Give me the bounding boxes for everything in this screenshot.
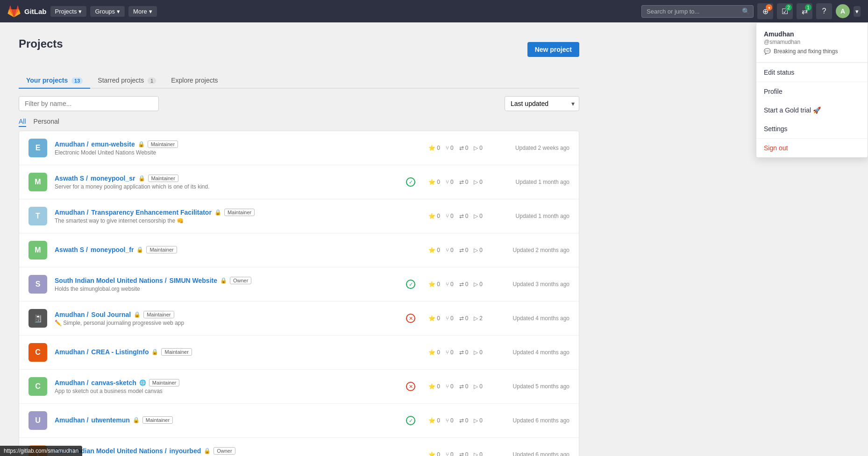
forks-icon: ⑂ [446,451,449,456]
project-updated-soul-journal: Updated 4 months ago [490,315,569,322]
mrs-icon: ⇄ [459,417,464,424]
stars-icon: ⭐ [428,383,435,390]
settings-item[interactable]: Settings [756,119,868,138]
project-stat-forks-simun-website: ⑂0 [446,281,454,288]
subtab-all[interactable]: All [19,117,26,127]
project-info-simun-website: South Indian Model United Nations / SIMU… [55,277,398,292]
search-input[interactable] [641,5,754,18]
project-namespace-utwentemun[interactable]: Amudhan / [55,416,88,424]
mr-count-badge: 1 [805,4,811,11]
forks-value: 0 [450,179,454,185]
project-role-badge-inyourbed: Owner [213,447,235,455]
project-stat-forks-inyourbed: ⑂0 [446,451,454,456]
edit-status-item[interactable]: Edit status [756,63,868,82]
project-row-inyourbed: ISouth Indian Model United Nations / iny… [19,438,579,456]
project-name-link-transparency-enhancement[interactable]: Transparency Enhancement Facilitator [91,209,212,216]
stars-value: 0 [437,417,440,424]
project-desc-emun-website: Electronic Model United Nations Website [55,149,288,156]
project-namespace-moneypool_fr[interactable]: Aswath S / [55,246,88,253]
project-name-row-inyourbed: South Indian Model United Nations / inyo… [55,447,408,455]
dropdown-user-header: Amudhan @smamudhan 💬 Breaking and fixing… [756,23,868,63]
snippets-value: 0 [479,247,483,253]
project-stats-canvas-sketch: ⭐0⑂0⇄0▷0 [428,383,483,390]
forks-icon: ⑂ [446,349,449,356]
forks-value: 0 [450,451,454,456]
project-stats-emun-website: ⭐0⑂0⇄0▷0 [428,145,483,151]
page-header: Projects New project [19,37,579,62]
project-namespace-soul-journal[interactable]: Amudhan / [55,311,88,318]
project-stats-moneypool_fr: ⭐0⑂0⇄0▷0 [428,247,483,253]
snippets-value: 0 [479,179,483,185]
ci-status-icon-utwentemun: ✓ [406,416,415,425]
snippets-value: 2 [479,315,483,322]
projects-nav-btn[interactable]: Projects ▾ [50,6,87,17]
sort-select[interactable]: Last updated [505,96,579,111]
new-project-button[interactable]: New project [527,42,579,57]
project-avatar-emun-website: E [28,139,47,157]
project-name-link-moneypool_sr[interactable]: moneypool_sr [91,175,135,182]
project-stat-forks-canvas-sketch: ⑂0 [446,383,454,390]
project-lock-icon-moneypool_fr: 🔒 [136,246,143,253]
project-namespace-crea-listinginfo[interactable]: Amudhan / [55,348,88,356]
project-lock-icon-canvas-sketch: 🌐 [139,379,146,386]
project-avatar-canvas-sketch: C [28,377,47,396]
project-namespace-canvas-sketch[interactable]: Amudhan / [55,379,88,386]
project-stats-simun-website: ⭐0⑂0⇄0▷0 [428,281,483,288]
snippets-value: 0 [479,213,483,219]
project-name-link-inyourbed[interactable]: inyourbed [170,447,201,455]
snippets-icon: ▷ [474,417,478,424]
tab-your-projects[interactable]: Your projects 13 [19,73,90,89]
search-icon: 🔍 [742,7,750,15]
project-row-emun-website: EAmudhan / emun-website🔒MaintainerElectr… [19,131,579,165]
snippets-value: 0 [479,383,483,390]
gold-trial-item[interactable]: Start a Gold trial 🚀 [756,101,868,119]
todos-btn[interactable]: ☑ 2 [777,3,793,19]
tab-explore-projects[interactable]: Explore projects [164,73,225,89]
user-menu-toggle[interactable]: ▾ [854,6,861,17]
project-namespace-simun-website[interactable]: South Indian Model United Nations / [55,277,167,284]
project-lock-icon-moneypool_sr: 🔒 [138,175,145,182]
project-info-canvas-sketch: Amudhan / canvas-sketch🌐MaintainerApp to… [55,379,398,394]
project-name-link-soul-journal[interactable]: Soul Journal [91,311,131,318]
project-name-link-canvas-sketch[interactable]: canvas-sketch [91,379,136,386]
project-updated-utwentemun: Updated 6 months ago [490,417,569,424]
groups-nav-btn[interactable]: Groups ▾ [90,6,125,17]
filter-row: Last updated [19,96,579,111]
project-lock-icon-soul-journal: 🔒 [134,311,141,318]
project-name-link-crea-listinginfo[interactable]: CREA - ListingInfo [91,348,149,356]
project-name-row-moneypool_sr: Aswath S / moneypool_sr🔒Maintainer [55,175,398,182]
brand-logo[interactable]: GitLab [7,5,47,18]
stars-icon: ⭐ [428,247,435,253]
sign-out-item[interactable]: Sign out [756,139,868,157]
new-item-btn[interactable]: ⊕ ▾ [757,3,773,19]
project-stat-forks-moneypool_fr: ⑂0 [446,247,454,253]
ci-status-icon-canvas-sketch: ✕ [406,382,415,391]
profile-item[interactable]: Profile [756,82,868,101]
project-name-link-moneypool_fr[interactable]: moneypool_fr [91,246,134,253]
more-nav-btn[interactable]: More ▾ [128,6,157,17]
project-role-badge-soul-journal: Maintainer [143,311,174,318]
stars-value: 0 [437,145,440,151]
forks-icon: ⑂ [446,145,449,151]
subtab-personal[interactable]: Personal [34,117,59,127]
project-stat-forks-crea-listinginfo: ⑂0 [446,349,454,356]
project-stat-mrs-simun-website: ⇄0 [459,281,469,288]
project-namespace-moneypool_sr[interactable]: Aswath S / [55,175,88,182]
project-row-moneypool_sr: MAswath S / moneypool_sr🔒MaintainerServe… [19,165,579,199]
project-stats-moneypool_sr: ⭐0⑂0⇄0▷0 [428,179,483,185]
project-namespace-transparency-enhancement[interactable]: Amudhan / [55,209,88,216]
mrs-icon: ⇄ [459,247,464,253]
mrs-value: 0 [465,451,469,456]
stars-icon: ⭐ [428,349,435,356]
your-projects-count: 13 [71,77,83,84]
project-stat-snippets-simun-website: ▷0 [474,281,483,288]
project-namespace-emun-website[interactable]: Amudhan / [55,140,88,148]
project-name-link-simun-website[interactable]: SIMUN Website [170,277,217,284]
tab-starred-projects[interactable]: Starred projects 1 [90,73,164,89]
filter-input[interactable] [19,96,159,111]
user-avatar[interactable]: A [836,4,850,18]
project-name-link-utwentemun[interactable]: utwentemun [91,416,129,424]
merge-requests-btn[interactable]: ⇄ 1 [797,3,812,19]
help-btn[interactable]: ? [816,3,832,19]
project-name-link-emun-website[interactable]: emun-website [91,140,135,148]
